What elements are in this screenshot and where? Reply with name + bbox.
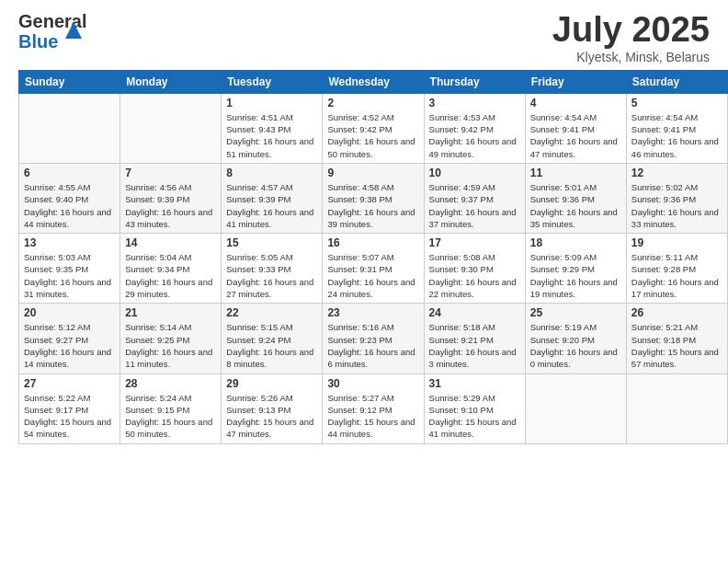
day-number: 9: [327, 167, 418, 179]
day-info: Sunrise: 4:59 AM Sunset: 9:37 PM Dayligh…: [429, 181, 520, 230]
day-info: Sunrise: 5:15 AM Sunset: 9:24 PM Dayligh…: [226, 321, 317, 370]
day-info: Sunrise: 4:53 AM Sunset: 9:42 PM Dayligh…: [429, 111, 520, 160]
day-cell-19: 19Sunrise: 5:11 AM Sunset: 9:28 PM Dayli…: [626, 234, 727, 304]
day-cell-22: 22Sunrise: 5:15 AM Sunset: 9:24 PM Dayli…: [222, 304, 323, 373]
day-number: 16: [327, 236, 418, 249]
day-info: Sunrise: 5:24 AM Sunset: 9:15 PM Dayligh…: [125, 392, 216, 441]
day-info: Sunrise: 5:14 AM Sunset: 9:25 PM Dayligh…: [125, 321, 216, 370]
day-cell-25: 25Sunrise: 5:19 AM Sunset: 9:20 PM Dayli…: [525, 304, 626, 373]
day-info: Sunrise: 4:58 AM Sunset: 9:38 PM Dayligh…: [327, 181, 418, 230]
day-info: Sunrise: 5:02 AM Sunset: 9:36 PM Dayligh…: [631, 181, 722, 230]
day-info: Sunrise: 5:26 AM Sunset: 9:13 PM Dayligh…: [226, 392, 317, 441]
day-number: 15: [226, 236, 317, 249]
day-number: 10: [429, 167, 520, 179]
day-number: 28: [125, 377, 216, 390]
day-cell-18: 18Sunrise: 5:09 AM Sunset: 9:29 PM Dayli…: [525, 234, 626, 304]
day-cell-5: 5Sunrise: 4:54 AM Sunset: 9:41 PM Daylig…: [626, 93, 727, 163]
day-info: Sunrise: 4:56 AM Sunset: 9:39 PM Dayligh…: [125, 181, 216, 230]
day-info: Sunrise: 4:55 AM Sunset: 9:40 PM Dayligh…: [24, 181, 115, 230]
calendar-wrap: SundayMondayTuesdayWednesdayThursdayFrid…: [0, 70, 728, 444]
day-cell-31: 31Sunrise: 5:29 AM Sunset: 9:10 PM Dayli…: [424, 373, 525, 443]
day-number: 6: [24, 167, 115, 179]
day-number: 14: [125, 236, 216, 249]
empty-cell: [120, 93, 222, 163]
logo-text: General Blue: [18, 11, 86, 52]
calendar-header: SundayMondayTuesdayWednesdayThursdayFrid…: [19, 70, 728, 93]
day-cell-12: 12Sunrise: 5:02 AM Sunset: 9:36 PM Dayli…: [626, 163, 727, 233]
day-number: 8: [226, 167, 317, 179]
logo: General Blue: [18, 11, 86, 52]
day-number: 23: [327, 306, 418, 319]
logo-blue: Blue: [18, 31, 58, 52]
logo-arrow-icon: [65, 22, 82, 42]
day-number: 22: [226, 306, 317, 319]
day-number: 3: [429, 97, 520, 109]
day-header-sunday: Sunday: [19, 70, 120, 93]
day-cell-4: 4Sunrise: 4:54 AM Sunset: 9:41 PM Daylig…: [525, 93, 626, 163]
days-header-row: SundayMondayTuesdayWednesdayThursdayFrid…: [19, 70, 728, 93]
day-number: 2: [327, 97, 418, 109]
day-number: 4: [530, 97, 621, 109]
day-number: 21: [125, 306, 216, 319]
calendar-table: SundayMondayTuesdayWednesdayThursdayFrid…: [18, 70, 728, 444]
day-cell-20: 20Sunrise: 5:12 AM Sunset: 9:27 PM Dayli…: [19, 304, 120, 373]
day-number: 1: [226, 97, 317, 109]
day-number: 19: [631, 236, 722, 249]
day-info: Sunrise: 5:12 AM Sunset: 9:27 PM Dayligh…: [24, 321, 115, 370]
day-header-friday: Friday: [525, 70, 626, 93]
sub-title: Klyetsk, Minsk, Belarus: [552, 50, 710, 64]
day-cell-24: 24Sunrise: 5:18 AM Sunset: 9:21 PM Dayli…: [424, 304, 525, 373]
empty-cell: [626, 373, 727, 443]
day-header-monday: Monday: [120, 70, 222, 93]
day-header-thursday: Thursday: [424, 70, 525, 93]
day-number: 18: [530, 236, 621, 249]
day-number: 25: [530, 306, 621, 319]
calendar-week-1: 1Sunrise: 4:51 AM Sunset: 9:43 PM Daylig…: [19, 93, 728, 163]
day-cell-29: 29Sunrise: 5:26 AM Sunset: 9:13 PM Dayli…: [222, 373, 323, 443]
main-title: July 2025: [552, 11, 710, 50]
empty-cell: [525, 373, 626, 443]
page-container: General Blue July 2025 Klyetsk, Minsk, B…: [0, 0, 728, 444]
day-cell-2: 2Sunrise: 4:52 AM Sunset: 9:42 PM Daylig…: [323, 93, 424, 163]
day-number: 13: [24, 236, 115, 249]
day-number: 29: [226, 377, 317, 390]
day-info: Sunrise: 5:04 AM Sunset: 9:34 PM Dayligh…: [125, 251, 216, 300]
day-cell-26: 26Sunrise: 5:21 AM Sunset: 9:18 PM Dayli…: [626, 304, 727, 373]
day-cell-23: 23Sunrise: 5:16 AM Sunset: 9:23 PM Dayli…: [323, 304, 424, 373]
day-cell-14: 14Sunrise: 5:04 AM Sunset: 9:34 PM Dayli…: [120, 234, 222, 304]
day-cell-30: 30Sunrise: 5:27 AM Sunset: 9:12 PM Dayli…: [323, 373, 424, 443]
day-cell-27: 27Sunrise: 5:22 AM Sunset: 9:17 PM Dayli…: [19, 373, 120, 443]
day-info: Sunrise: 4:52 AM Sunset: 9:42 PM Dayligh…: [327, 111, 418, 160]
day-number: 5: [631, 97, 722, 109]
day-number: 7: [125, 167, 216, 179]
day-info: Sunrise: 5:27 AM Sunset: 9:12 PM Dayligh…: [327, 392, 418, 441]
day-number: 27: [24, 377, 115, 390]
day-info: Sunrise: 5:01 AM Sunset: 9:36 PM Dayligh…: [530, 181, 621, 230]
calendar-week-5: 27Sunrise: 5:22 AM Sunset: 9:17 PM Dayli…: [19, 373, 728, 443]
day-number: 26: [631, 306, 722, 319]
day-info: Sunrise: 5:22 AM Sunset: 9:17 PM Dayligh…: [24, 392, 115, 441]
svg-marker-0: [65, 22, 82, 39]
calendar-week-3: 13Sunrise: 5:03 AM Sunset: 9:35 PM Dayli…: [19, 234, 728, 304]
day-info: Sunrise: 5:03 AM Sunset: 9:35 PM Dayligh…: [24, 251, 115, 300]
day-number: 31: [429, 377, 520, 390]
day-info: Sunrise: 5:09 AM Sunset: 9:29 PM Dayligh…: [530, 251, 621, 300]
day-cell-3: 3Sunrise: 4:53 AM Sunset: 9:42 PM Daylig…: [424, 93, 525, 163]
day-info: Sunrise: 5:11 AM Sunset: 9:28 PM Dayligh…: [631, 251, 722, 300]
day-info: Sunrise: 4:51 AM Sunset: 9:43 PM Dayligh…: [226, 111, 317, 160]
day-cell-15: 15Sunrise: 5:05 AM Sunset: 9:33 PM Dayli…: [222, 234, 323, 304]
day-cell-10: 10Sunrise: 4:59 AM Sunset: 9:37 PM Dayli…: [424, 163, 525, 233]
calendar-body: 1Sunrise: 4:51 AM Sunset: 9:43 PM Daylig…: [19, 93, 728, 443]
day-cell-1: 1Sunrise: 4:51 AM Sunset: 9:43 PM Daylig…: [222, 93, 323, 163]
day-number: 30: [327, 377, 418, 390]
day-cell-28: 28Sunrise: 5:24 AM Sunset: 9:15 PM Dayli…: [120, 373, 222, 443]
title-block: July 2025 Klyetsk, Minsk, Belarus: [552, 11, 710, 64]
day-cell-16: 16Sunrise: 5:07 AM Sunset: 9:31 PM Dayli…: [323, 234, 424, 304]
day-cell-6: 6Sunrise: 4:55 AM Sunset: 9:40 PM Daylig…: [19, 163, 120, 233]
day-header-wednesday: Wednesday: [323, 70, 424, 93]
calendar-week-2: 6Sunrise: 4:55 AM Sunset: 9:40 PM Daylig…: [19, 163, 728, 233]
day-cell-17: 17Sunrise: 5:08 AM Sunset: 9:30 PM Dayli…: [424, 234, 525, 304]
day-info: Sunrise: 5:29 AM Sunset: 9:10 PM Dayligh…: [429, 392, 520, 441]
day-number: 11: [530, 167, 621, 179]
day-cell-9: 9Sunrise: 4:58 AM Sunset: 9:38 PM Daylig…: [323, 163, 424, 233]
